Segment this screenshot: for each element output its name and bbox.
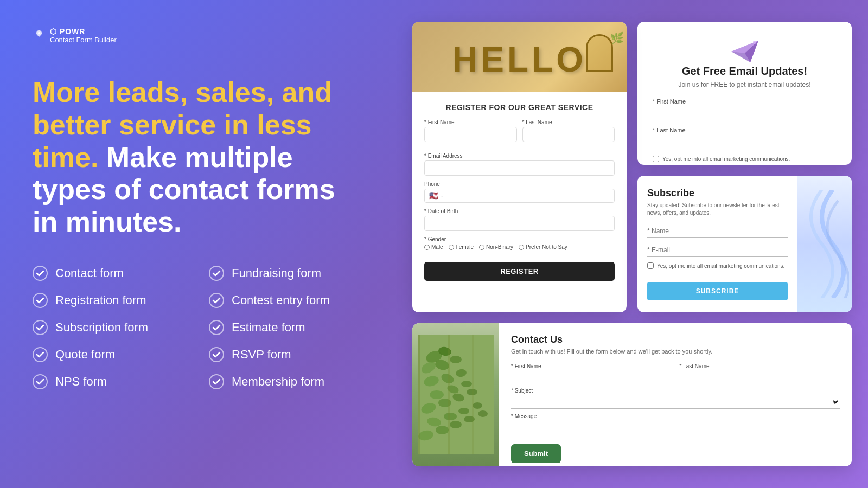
- register-email-input[interactable]: [424, 160, 615, 176]
- register-gender-group: * Gender Male Female Non-Binary: [424, 236, 615, 250]
- register-gender-label: * Gender: [424, 236, 615, 242]
- arch-decoration: [586, 34, 613, 72]
- subscribe-card: Subscribe Stay updated! Subscribe to our…: [637, 176, 852, 312]
- subscribe-subtitle: Stay updated! Subscribe to our newslette…: [647, 202, 788, 217]
- contact-subject-label: * Subject: [511, 388, 840, 394]
- email-updates-card: Get Free Email Updates! Join us for FREE…: [637, 22, 852, 165]
- register-first-name-group: * First Name: [424, 119, 517, 142]
- plant-icon: 🌿: [610, 31, 624, 44]
- subscribe-email-input[interactable]: [647, 243, 788, 257]
- contact-last-name-input[interactable]: [680, 371, 840, 383]
- feature-contact-form: Contact form: [33, 266, 187, 281]
- svg-point-3: [33, 320, 47, 335]
- check-icon-3: [33, 320, 48, 335]
- ivy-wall: [412, 323, 499, 466]
- svg-point-33: [458, 408, 469, 414]
- gender-options-row: Male Female Non-Binary Prefer Not to Say: [424, 244, 615, 250]
- svg-point-4: [33, 348, 47, 362]
- first-name-label: * First Name: [653, 98, 686, 105]
- check-icon-9: [209, 347, 224, 362]
- gender-male: Male: [424, 244, 443, 250]
- contact-message-input[interactable]: [511, 421, 840, 433]
- subscribe-wave-decoration: [797, 176, 852, 312]
- svg-point-14: [753, 41, 756, 44]
- contact-submit-button[interactable]: Submit: [511, 444, 561, 463]
- last-name-label: * Last Name: [653, 127, 686, 133]
- svg-point-1: [33, 266, 47, 280]
- feature-membership-form: Membership form: [209, 374, 363, 389]
- svg-rect-41: [448, 335, 450, 454]
- gender-female-radio[interactable]: [449, 245, 454, 250]
- contact-first-name-input[interactable]: [511, 371, 672, 383]
- feature-estimate-form: Estimate form: [209, 320, 363, 335]
- email-optin-row: Yes, opt me into all email marketing com…: [653, 156, 837, 162]
- paper-plane-icon: [729, 38, 761, 65]
- feature-nps-form: NPS form: [33, 374, 187, 389]
- email-last-name-input[interactable]: [653, 135, 837, 149]
- register-header-image: HELLO 🌿: [412, 22, 627, 92]
- subscribe-name-input[interactable]: [647, 224, 788, 238]
- contact-subject-field: * Subject: [511, 388, 840, 409]
- email-first-name-input[interactable]: [653, 106, 837, 120]
- register-last-name-label: * Last Name: [522, 119, 615, 125]
- wave-svg: [800, 190, 849, 298]
- register-form-body: REGISTER FOR OUR GREAT SERVICE * First N…: [412, 92, 627, 292]
- register-dob-label: * Date of Birth: [424, 208, 615, 214]
- check-icon-5: [33, 374, 48, 389]
- svg-point-39: [478, 410, 488, 417]
- contact-last-name-field: * Last Name: [680, 363, 840, 383]
- ivy-svg: [418, 335, 494, 454]
- check-icon-10: [209, 374, 224, 389]
- contact-subtitle: Get in touch with us! Fill out the form …: [511, 348, 840, 356]
- register-dob-input[interactable]: [424, 216, 615, 231]
- register-first-name-input[interactable]: [424, 127, 517, 142]
- subscribe-button[interactable]: SUBSCRIBE: [647, 282, 788, 300]
- left-panel: ⬡ POWR Contact Form Builder More leads, …: [0, 0, 396, 488]
- contact-subject-select[interactable]: [511, 395, 840, 409]
- check-icon-7: [209, 293, 224, 308]
- svg-point-36: [436, 426, 449, 434]
- contact-message-label: * Message: [511, 413, 840, 419]
- subscribe-form-left: Subscribe Stay updated! Subscribe to our…: [637, 176, 797, 312]
- contact-form-body: Contact Us Get in touch with us! Fill ou…: [499, 323, 852, 466]
- register-button[interactable]: REGISTER: [424, 262, 615, 281]
- svg-point-37: [450, 421, 462, 428]
- subscribe-optin-checkbox[interactable]: [647, 262, 654, 269]
- gender-prefer-not-radio[interactable]: [519, 245, 524, 250]
- check-icon-8: [209, 320, 224, 335]
- us-flag-icon: 🇺🇸: [429, 191, 438, 200]
- register-title: REGISTER FOR OUR GREAT SERVICE: [424, 103, 615, 112]
- gender-prefer-not: Prefer Not to Say: [519, 244, 567, 250]
- contact-card: Contact Us Get in touch with us! Fill ou…: [412, 323, 852, 466]
- contact-message-field: * Message: [511, 413, 840, 433]
- subscribe-optin-row: Yes, opt me into all email marketing com…: [647, 262, 788, 269]
- svg-rect-40: [418, 335, 420, 454]
- svg-point-2: [33, 293, 47, 307]
- svg-point-0: [38, 32, 40, 34]
- features-grid: Contact form Registration form Subscript…: [33, 266, 363, 389]
- contact-form-image: [412, 323, 499, 466]
- register-phone-group: Phone 🇺🇸 -: [424, 181, 615, 203]
- gender-male-radio[interactable]: [424, 245, 430, 250]
- email-optin-label: Yes, opt me into all email marketing com…: [662, 156, 790, 162]
- headline: More leads, sales, and better service in…: [33, 76, 363, 239]
- check-icon-4: [33, 347, 48, 362]
- svg-point-10: [209, 375, 224, 389]
- right-panel: Get Free Email Updates! Join us for FREE…: [396, 0, 868, 488]
- svg-point-9: [209, 348, 224, 362]
- feature-subscription-form: Subscription form: [33, 320, 187, 335]
- email-form-title: Get Free Email Updates!: [682, 65, 807, 78]
- svg-point-32: [444, 413, 457, 420]
- register-card: HELLO 🌿 REGISTER FOR OUR GREAT SERVICE *…: [412, 22, 627, 312]
- register-dob-group: * Date of Birth: [424, 208, 615, 231]
- svg-point-34: [473, 402, 482, 409]
- register-email-group: * Email Address: [424, 153, 615, 176]
- feature-contest-form: Contest entry form: [209, 293, 363, 308]
- register-email-label: * Email Address: [424, 153, 615, 159]
- gender-nonbinary-radio[interactable]: [479, 245, 484, 250]
- register-first-name-label: * First Name: [424, 119, 517, 125]
- email-optin-checkbox[interactable]: [653, 156, 659, 162]
- register-last-name-input[interactable]: [522, 127, 615, 142]
- subscribe-optin-label: Yes, opt me into all email marketing com…: [657, 263, 784, 269]
- svg-point-26: [461, 381, 472, 387]
